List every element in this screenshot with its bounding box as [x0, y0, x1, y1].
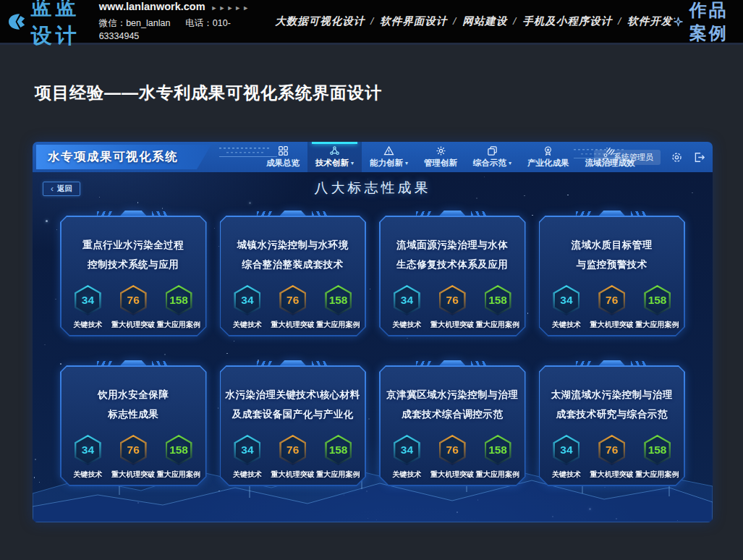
star-dot: [46, 220, 48, 222]
chevron-left-icon: ‹: [51, 184, 54, 194]
hexagon-icon: 158: [325, 435, 352, 465]
badges-row: 34关键技术76重大机理突破158重大应用案例: [65, 285, 202, 330]
card-title: 城镇水污染控制与水环境综合整治整装成套技术: [220, 235, 367, 274]
card-top-decoration: [416, 360, 488, 365]
badges-row: 34关键技术76重大机理突破158重大应用案例: [65, 435, 202, 480]
nav-industrialization[interactable]: 产业化成果: [519, 142, 577, 172]
nav-tech-innovation[interactable]: 技术创新▾: [307, 142, 362, 172]
achievement-card[interactable]: 水污染治理关键技术\核心材料及成套设备国产化与产业化34关键技术76重大机理突破…: [220, 365, 367, 486]
layers-icon: [487, 145, 498, 156]
dashboard-header: 水专项成果可视化系统 成果总览技术创新▾能力创新▾管理创新综合示范▾产业化成果流…: [33, 142, 713, 172]
stat-badge: 76重大机理突破: [270, 435, 315, 480]
service-menu-item[interactable]: 软件界面设计: [380, 15, 447, 27]
hexagon-icon: 158: [644, 435, 671, 465]
achievement-card[interactable]: 重点行业水污染全过程控制技术系统与应用34关键技术76重大机理突破158重大应用…: [60, 216, 207, 336]
stat-label: 重大应用案例: [317, 320, 360, 330]
contact-line: 微信：ben_lanlan 电话：010-63334945: [99, 17, 250, 44]
hexagon-icon: 76: [598, 285, 625, 315]
system-title: 水专项成果可视化系统: [36, 149, 178, 165]
logout-icon[interactable]: [693, 151, 705, 164]
hexagon-icon: 76: [439, 285, 466, 315]
service-menu-item[interactable]: 网站建设: [462, 15, 507, 27]
stat-label: 关键技术: [73, 470, 102, 480]
star-dot: [44, 344, 46, 346]
section-title: 八大标志性成果: [33, 179, 713, 198]
stat-label: 重大应用案例: [476, 470, 519, 480]
achievement-card[interactable]: 太湖流域水污染控制与治理成套技术研究与综合示范34关键技术76重大机理突破158…: [539, 365, 686, 486]
stat-badge: 158重大应用案例: [475, 285, 521, 330]
hexagon-icon: 76: [439, 435, 466, 465]
achievement-card[interactable]: 流域面源污染治理与水体生态修复技术体系及应用34关键技术76重大机理突破158重…: [379, 216, 526, 336]
achievement-card[interactable]: 流域水质目标管理与监控预警技术34关键技术76重大机理突破158重大应用案例: [539, 216, 686, 336]
card-top-decoration: [257, 211, 329, 216]
stat-label: 重大应用案例: [636, 320, 679, 330]
stat-badge: 158重大应用案例: [315, 285, 361, 330]
hexagon-icon: 34: [75, 435, 101, 465]
gear-flower-icon: [436, 145, 446, 156]
stat-badge: 76重大机理突破: [430, 285, 475, 330]
hexagon-icon: 34: [553, 285, 579, 315]
triangle-alert-icon: [383, 145, 394, 156]
chevron-down-icon: ▾: [405, 160, 408, 166]
stat-badge: 34关键技术: [225, 435, 271, 480]
logo[interactable]: 蓝蓝设计: [9, 0, 83, 51]
nav-overview[interactable]: 成果总览: [258, 142, 307, 172]
stat-value: 158: [488, 444, 507, 457]
nav-comprehensive-demo[interactable]: 综合示范▾: [465, 142, 519, 172]
stat-value: 34: [241, 444, 253, 457]
stat-badge: 158重大应用案例: [315, 435, 361, 480]
card-title: 流域面源污染治理与水体生态修复技术体系及应用: [379, 235, 526, 274]
stat-value: 76: [286, 294, 299, 307]
stat-label: 重大应用案例: [476, 320, 519, 330]
stat-label: 重大机理突破: [590, 320, 634, 330]
stat-value: 34: [560, 444, 572, 457]
stat-badge: 76重大机理突破: [270, 285, 315, 330]
service-menu-item[interactable]: 手机及小程序设计: [522, 15, 612, 27]
badges-row: 34关键技术76重大机理突破158重大应用案例: [225, 285, 362, 330]
hexagon-icon: 158: [644, 285, 671, 315]
service-separator: /: [513, 15, 517, 27]
achievement-card[interactable]: 饮用水安全保障标志性成果34关键技术76重大机理突破158重大应用案例: [60, 365, 207, 486]
portfolio-button[interactable]: 作品案例: [672, 0, 730, 45]
site-topbar: 蓝蓝设计 www.lanlanwork.com►►►►► 微信：ben_lanl…: [0, 0, 743, 45]
stat-label: 关键技术: [233, 320, 262, 330]
phone-label: 电话：: [185, 18, 213, 28]
stat-badge: 158重大应用案例: [156, 435, 202, 480]
user-name: 系统管理员: [613, 152, 653, 163]
stat-label: 重大机理突破: [430, 470, 474, 480]
stat-badge: 76重大机理突破: [111, 435, 156, 480]
website-url[interactable]: www.lanlanwork.com: [99, 1, 205, 12]
nav-capability-innovation[interactable]: 能力创新▾: [362, 142, 416, 172]
stat-value: 76: [446, 444, 459, 457]
stat-label: 关键技术: [392, 470, 421, 480]
stat-value: 158: [169, 294, 188, 307]
stat-badge: 34关键技术: [65, 285, 111, 330]
service-menu-item[interactable]: 软件开发: [627, 15, 672, 27]
stat-label: 重大应用案例: [157, 320, 200, 330]
service-menu-item[interactable]: 大数据可视化设计: [275, 15, 365, 27]
hexagon-icon: 76: [279, 435, 306, 465]
achievement-card[interactable]: 京津冀区域水污染控制与治理成套技术综合调控示范34关键技术76重大机理突破158…: [379, 365, 526, 486]
stat-label: 重大应用案例: [636, 470, 679, 480]
star-dot: [484, 177, 485, 178]
stat-badge: 34关键技术: [225, 285, 271, 330]
stat-label: 关键技术: [233, 470, 262, 480]
stat-value: 76: [606, 444, 618, 457]
card-title: 流域水质目标管理与监控预警技术: [539, 235, 686, 274]
card-top-decoration: [257, 360, 329, 365]
current-user[interactable]: 系统管理员: [594, 150, 661, 165]
star-dot: [249, 202, 251, 204]
hexagon-icon: 34: [553, 435, 579, 465]
hexagon-icon: 76: [279, 285, 306, 315]
medal-icon: [543, 145, 553, 156]
settings-gear-icon[interactable]: [671, 151, 683, 164]
stat-value: 158: [169, 444, 188, 457]
nav-management-innovation[interactable]: 管理创新: [416, 142, 465, 172]
wechat-label: 微信：: [99, 18, 127, 28]
lanlan-logo-icon: [9, 7, 26, 36]
back-label: 返回: [57, 184, 72, 194]
star-dot: [162, 208, 164, 209]
page-title: 项目经验——水专利成果可视化系统界面设计: [35, 82, 382, 104]
achievement-card[interactable]: 城镇水污染控制与水环境综合整治整装成套技术34关键技术76重大机理突破158重大…: [220, 216, 367, 336]
back-button[interactable]: ‹ 返回: [43, 182, 80, 196]
